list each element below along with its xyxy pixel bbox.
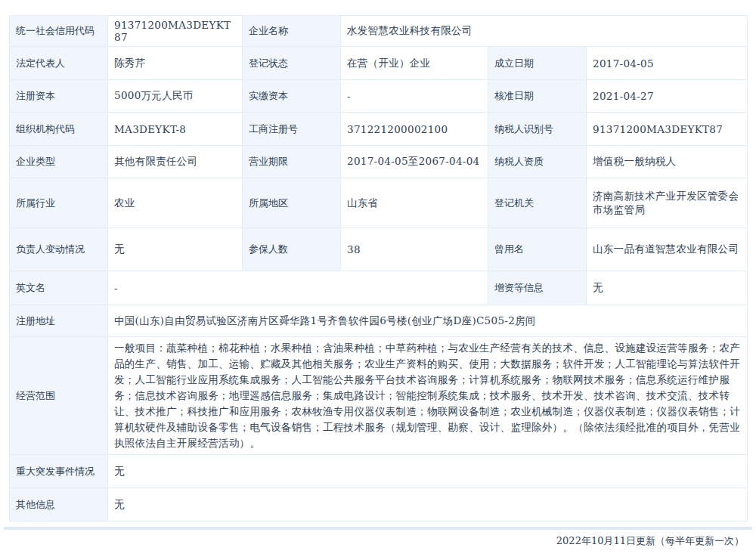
value-registered-capital: 5000万元人民币 (108, 80, 243, 113)
label-business-term: 营业期限 (243, 146, 341, 178)
value-taxpayer-qualification: 增值税一般纳税人 (587, 146, 748, 178)
label-credit-code: 统一社会信用代码 (10, 16, 108, 47)
row-major-incidents: 重大突发事件情况 无 (10, 455, 748, 488)
label-insured-staff-count: 参保人数 (243, 228, 341, 271)
row-other-info: 其他信息 无 (10, 488, 748, 521)
label-region: 所属地区 (243, 178, 341, 228)
company-info-table: 统一社会信用代码 91371200MA3DEYKT87 企业名称 水发智慧农业科… (9, 15, 748, 521)
label-company-type: 企业类型 (10, 146, 108, 178)
label-establish-date: 成立日期 (488, 47, 587, 80)
value-approval-date: 2021-04-27 (587, 80, 748, 113)
label-registration-status: 登记状态 (243, 47, 341, 80)
label-org-code: 组织机构代码 (10, 113, 108, 146)
value-major-incidents: 无 (108, 455, 748, 488)
value-org-code: MA3DEYKT-8 (108, 113, 243, 146)
label-business-reg-number: 工商注册号 (243, 113, 341, 146)
row-credit-code: 统一社会信用代码 91371200MA3DEYKT87 企业名称 水发智慧农业科… (10, 16, 748, 47)
value-business-scope: 一般项目：蔬菜种植；棉花种植；水果种植；含油果种植；中草药种植；与农业生产经营有… (108, 337, 748, 455)
row-english-name: 英文名 - 增资等信息 无 (10, 271, 748, 305)
label-registered-address: 注册地址 (10, 305, 108, 337)
label-registration-authority: 登记机关 (488, 178, 587, 228)
value-english-name: - (108, 271, 488, 305)
label-major-incidents: 重大突发事件情况 (10, 455, 108, 488)
label-approval-date: 核准日期 (488, 80, 587, 113)
value-former-name: 山东一品有道智慧农业有限公司 (587, 228, 748, 271)
row-registered-capital: 注册资本 5000万元人民币 实缴资本 - 核准日期 2021-04-27 (10, 80, 748, 113)
label-business-scope: 经营范围 (10, 337, 108, 455)
label-capital-increase-info: 增资等信息 (488, 271, 587, 305)
label-registered-capital: 注册资本 (10, 80, 108, 113)
value-industry: 农业 (108, 178, 243, 228)
row-principal-change: 负责人变动情况 无 参保人数 38 曾用名 山东一品有道智慧农业有限公司 (10, 228, 748, 271)
label-other-info: 其他信息 (10, 488, 108, 521)
footer-divider (4, 527, 752, 530)
label-legal-representative: 法定代表人 (10, 47, 108, 80)
row-org-code: 组织机构代码 MA3DEYKT-8 工商注册号 371221200002100 … (10, 113, 748, 146)
value-company-name: 水发智慧农业科技有限公司 (341, 16, 748, 47)
label-taxpayer-qualification: 纳税人资质 (488, 146, 587, 178)
value-principal-change: 无 (108, 228, 243, 271)
value-business-reg-number: 371221200002100 (341, 113, 488, 146)
value-paid-in-capital: - (341, 80, 488, 113)
company-info-panel: 统一社会信用代码 91371200MA3DEYKT87 企业名称 水发智慧农业科… (9, 15, 747, 521)
row-legal-representative: 法定代表人 陈秀芹 登记状态 在营（开业）企业 成立日期 2017-04-05 (10, 47, 748, 80)
value-credit-code: 91371200MA3DEYKT87 (108, 16, 243, 47)
value-registration-status: 在营（开业）企业 (341, 47, 488, 80)
label-principal-change: 负责人变动情况 (10, 228, 108, 271)
value-legal-representative: 陈秀芹 (108, 47, 243, 80)
label-industry: 所属行业 (10, 178, 108, 228)
value-company-type: 其他有限责任公司 (108, 146, 243, 178)
value-insured-staff-count: 38 (341, 228, 488, 271)
update-note: 2022年10月11日更新（每半年更新一次） (556, 534, 744, 548)
label-taxpayer-id: 纳税人识别号 (488, 113, 587, 146)
value-capital-increase-info: 无 (587, 271, 748, 305)
value-taxpayer-id: 91371200MA3DEYKT87 (587, 113, 748, 146)
row-company-type: 企业类型 其他有限责任公司 营业期限 2017-04-05至2067-04-04… (10, 146, 748, 178)
value-establish-date: 2017-04-05 (587, 47, 748, 80)
value-business-term: 2017-04-05至2067-04-04 (341, 146, 488, 178)
value-registered-address: 中国(山东)自由贸易试验区济南片区舜华路1号齐鲁软件园6号楼(创业广场D座)C5… (108, 305, 748, 337)
value-other-info: 无 (108, 488, 748, 521)
row-industry: 所属行业 农业 所属地区 山东省 登记机关 济南高新技术产业开发区管委会市场监管… (10, 178, 748, 228)
label-paid-in-capital: 实缴资本 (243, 80, 341, 113)
value-registration-authority: 济南高新技术产业开发区管委会市场监管局 (587, 178, 748, 228)
label-english-name: 英文名 (10, 271, 108, 305)
label-former-name: 曾用名 (488, 228, 587, 271)
label-company-name: 企业名称 (243, 16, 341, 47)
row-business-scope: 经营范围 一般项目：蔬菜种植；棉花种植；水果种植；含油果种植；中草药种植；与农业… (10, 337, 748, 455)
value-region: 山东省 (341, 178, 488, 228)
row-registered-address: 注册地址 中国(山东)自由贸易试验区济南片区舜华路1号齐鲁软件园6号楼(创业广场… (10, 305, 748, 337)
